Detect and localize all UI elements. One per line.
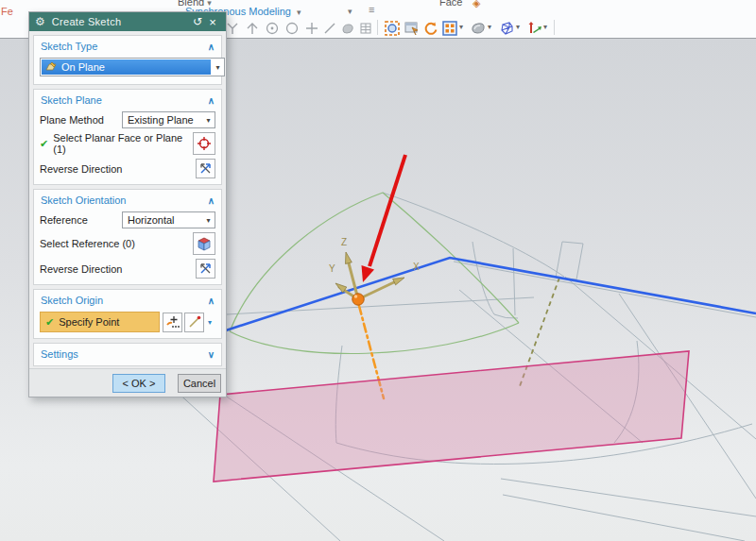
plane-method-dropdown[interactable]: Existing Plane ▾ [122, 111, 215, 128]
cancel-button[interactable]: Cancel [178, 374, 221, 393]
wireframe-cube-icon[interactable] [497, 19, 516, 37]
caret-down-icon: ▾ [297, 8, 301, 17]
crosshair-icon [197, 136, 212, 151]
caret-down-icon[interactable]: ▾ [459, 23, 463, 31]
section-title: Sketch Plane [41, 94, 102, 106]
plane-method-value: Existing Plane [123, 112, 202, 127]
expand-chevron-icon[interactable]: ∨ [208, 349, 215, 360]
triad-x-label: X [413, 262, 420, 272]
circle-icon[interactable] [283, 19, 301, 37]
on-plane-icon [45, 61, 57, 73]
caret-down-icon: ▾ [202, 112, 215, 127]
dialog-header[interactable]: ⚙ Create Sketch ↺ × [29, 12, 226, 31]
section-sketch-origin: Sketch Origin ∧ ✔ Specify Point ▾ [33, 289, 222, 339]
close-icon[interactable]: × [205, 15, 220, 29]
point-dialog-button[interactable] [163, 313, 182, 332]
caret-down-icon[interactable]: ▾ [212, 59, 224, 76]
reverse-direction-icon [198, 161, 213, 176]
create-sketch-dialog: ⚙ Create Sketch ↺ × Sketch Type ∧ On Pla… [28, 11, 227, 397]
triad-z-label: Z [341, 237, 347, 247]
dialog-body: Sketch Type ∧ On Plane ▾ Sketch Plane ∧ [29, 31, 226, 366]
triad-y-label: Y [329, 263, 335, 274]
section-sketch-plane-header[interactable]: Sketch Plane ∧ [34, 92, 221, 110]
reference-value: Horizontal [123, 212, 202, 228]
section-sketch-type-header[interactable]: Sketch Type ∧ [34, 38, 221, 56]
reference-label: Reference [40, 214, 122, 226]
datum-plane[interactable] [214, 351, 689, 482]
grid-icon[interactable] [356, 19, 375, 37]
specify-point-label: Specify Point [59, 316, 119, 328]
section-sketch-type: Sketch Type ∧ On Plane ▾ [33, 35, 222, 85]
checkmark-icon: ✔ [40, 138, 48, 150]
toolbar-separator [554, 20, 555, 35]
section-sketch-origin-header[interactable]: Sketch Origin ∧ [34, 292, 221, 310]
specify-point-field[interactable]: ✔ Specify Point [40, 312, 160, 332]
point-options-caret[interactable]: ▾ [204, 313, 215, 332]
collapse-chevron-icon[interactable]: ∧ [208, 195, 215, 206]
caret-down-icon[interactable]: ▾ [488, 23, 491, 31]
collapse-chevron-icon[interactable]: ∧ [208, 95, 215, 106]
annotation-arrow [362, 155, 406, 282]
section-settings: Settings ∨ [33, 343, 222, 366]
reverse-direction-button[interactable] [196, 259, 215, 279]
face-tool-icon[interactable]: ◈ [472, 0, 480, 9]
refresh-icon[interactable] [421, 19, 440, 37]
dome-wireframe [230, 193, 519, 353]
collapse-chevron-icon[interactable]: ∧ [208, 296, 215, 306]
ribbon-group-feature-fragment[interactable]: Fe [1, 6, 13, 17]
layout-grid-icon[interactable] [440, 19, 459, 37]
select-face-button[interactable] [193, 132, 215, 155]
fit-view-icon[interactable] [383, 19, 402, 37]
caret-down-icon: ▾ [202, 212, 215, 228]
section-title: Sketch Orientation [41, 194, 127, 206]
circle-dot-icon[interactable] [263, 19, 282, 37]
sketch-type-dropdown[interactable]: On Plane ▾ [40, 58, 225, 76]
ribbon-overflow-caret[interactable]: ▾ [348, 5, 352, 16]
slash-icon[interactable] [320, 19, 339, 37]
reference-dropdown[interactable]: Horizontal ▾ [122, 211, 215, 228]
reverse-direction-label: Reverse Direction [40, 263, 196, 275]
face-blob-icon[interactable] [338, 19, 357, 37]
reverse-direction-icon [198, 262, 213, 276]
section-sketch-orientation: Sketch Orientation ∧ Reference Horizonta… [33, 189, 222, 285]
toolbar-separator [377, 20, 378, 35]
point-dialog-icon [165, 314, 180, 330]
ok-button[interactable]: < OK > [112, 374, 165, 393]
select-reference-button[interactable] [193, 232, 215, 255]
caret-down-icon[interactable]: ▾ [516, 23, 520, 31]
plus-icon[interactable] [302, 19, 321, 37]
ribbon-group-face[interactable]: Face [439, 0, 462, 8]
reverse-direction-label: Reverse Direction [40, 163, 196, 175]
plane-method-label: Plane Method [40, 114, 122, 126]
select-reference-label: Select Reference (0) [40, 238, 193, 249]
inferred-point-icon [187, 314, 202, 330]
section-title: Sketch Type [41, 41, 97, 52]
select-planar-face-label: Select Planar Face or Plane (1) [53, 132, 193, 155]
section-settings-header[interactable]: Settings ∨ [34, 346, 221, 362]
cube-icon [196, 235, 213, 252]
origin-point-highlight [354, 295, 358, 298]
vectors-icon[interactable] [524, 19, 543, 37]
window-cursor-icon[interactable] [403, 19, 421, 37]
ribbon-menu-icon[interactable]: ≡ [369, 4, 374, 15]
sketch-type-value: On Plane [61, 61, 105, 73]
point-picker-button[interactable] [184, 313, 204, 332]
section-title: Settings [41, 348, 78, 360]
collapse-chevron-icon[interactable]: ∧ [208, 42, 215, 52]
shaded-face-icon[interactable] [469, 19, 488, 37]
reset-icon[interactable]: ↺ [190, 15, 205, 28]
sketch-type-selected: On Plane [42, 59, 211, 75]
arrow-up-icon[interactable] [243, 19, 262, 37]
origin-point[interactable] [352, 294, 364, 305]
dialog-footer: < OK > Cancel [29, 368, 226, 397]
gear-icon: ⚙ [35, 15, 45, 28]
dialog-title: Create Sketch [52, 16, 190, 27]
section-sketch-orientation-header[interactable]: Sketch Orientation ∧ [34, 192, 221, 210]
caret-down-icon: ▾ [348, 7, 352, 16]
caret-down-icon[interactable]: ▾ [543, 23, 547, 31]
reverse-direction-button[interactable] [196, 159, 215, 178]
nx-window: Blend ▾ Face ◈ Fe Synchronous Modeling ▾… [0, 0, 756, 541]
section-title: Sketch Origin [41, 295, 103, 306]
caret-down-icon: ▾ [208, 318, 212, 327]
checkmark-icon: ✔ [45, 316, 54, 329]
